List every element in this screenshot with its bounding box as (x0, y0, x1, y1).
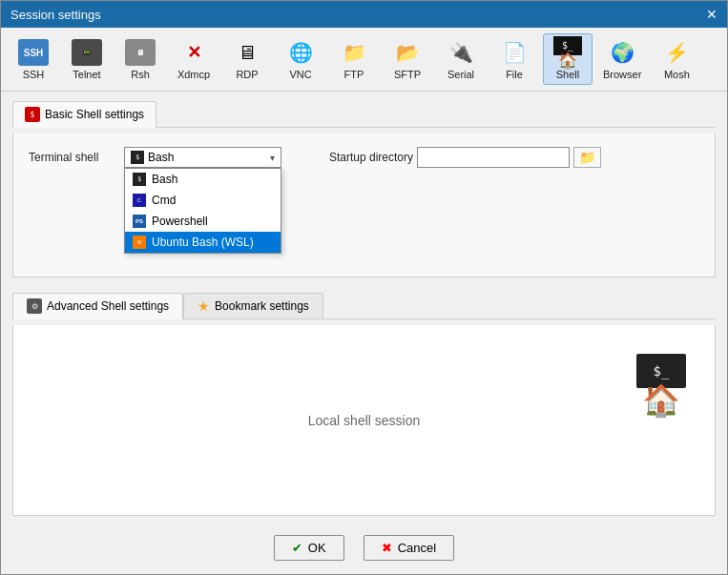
mosh-icon: ⚡ (660, 38, 693, 67)
main-panel-text: Local shell session (308, 413, 421, 428)
toolbar-label-rdp: RDP (236, 69, 258, 80)
wsl-icon: W (133, 236, 146, 249)
ftp-icon: 📁 (338, 38, 370, 67)
rsh-icon: 🖥 (124, 38, 156, 67)
serial-icon: 🔌 (445, 38, 477, 67)
toolbar-item-sftp[interactable]: 📂 SFTP (383, 33, 432, 85)
top-tab-bar: $ Basic Shell settings (12, 101, 716, 128)
toolbar-item-browser[interactable]: 🌍 Browser (596, 33, 648, 85)
title-bar: Session settings ✕ (1, 1, 727, 28)
dropdown-item-powershell[interactable]: PS Powershell (125, 211, 281, 232)
startup-dir-input[interactable] (417, 147, 570, 168)
bash-icon: $ (133, 173, 146, 186)
bash-icon-small: $ (131, 151, 144, 164)
toolbar-item-telnet[interactable]: 📟 Telnet (62, 33, 112, 85)
terminal-shell-row: Terminal shell $ Bash ▾ $ Bash (29, 147, 699, 168)
tab-shell-icon: $ (25, 107, 40, 122)
ok-button[interactable]: ✔ OK (274, 535, 344, 561)
cancel-label: Cancel (398, 541, 436, 555)
toolbar-item-shell[interactable]: $_ 🏠 Shell (543, 33, 593, 85)
toolbar-label-ftp: FTP (344, 69, 364, 80)
toolbar-label-vnc: VNC (289, 69, 311, 80)
second-tab-bar: ⚙ Advanced Shell settings ★ Bookmark set… (12, 293, 716, 319)
dropdown-item-bash[interactable]: $ Bash (125, 169, 281, 190)
xdmcp-icon: ✕ (177, 38, 210, 67)
tab-bookmark-settings[interactable]: ★ Bookmark settings (183, 293, 323, 318)
tab-basic-shell-label: Basic Shell settings (45, 108, 144, 121)
toolbar-label-telnet: Telnet (73, 69, 100, 80)
folder-browse-button[interactable]: 📁 (573, 147, 601, 168)
ok-label: OK (308, 541, 326, 555)
tab-bookmark-label: Bookmark settings (215, 299, 309, 313)
session-settings-window: Session settings ✕ SSH SSH 📟 Telnet 🖥 Rs… (0, 0, 728, 575)
toolbar-item-file[interactable]: 📄 File (489, 33, 539, 85)
toolbar-label-shell: Shell (556, 69, 579, 80)
ssh-icon: SSH (17, 38, 50, 67)
shell-dropdown-button[interactable]: $ Bash ▾ (124, 147, 281, 168)
advanced-shell-icon: ⚙ (27, 298, 42, 314)
sftp-icon: 📂 (391, 38, 424, 67)
window-title: Session settings (10, 8, 101, 22)
dropdown-arrow-icon: ▾ (270, 153, 275, 163)
cancel-button[interactable]: ✖ Cancel (364, 535, 454, 561)
terminal-shell-dropdown: $ Bash ▾ $ Bash C Cmd (124, 147, 281, 168)
dropdown-label-bash: Bash (152, 173, 177, 186)
toolbar-item-serial[interactable]: 🔌 Serial (436, 33, 486, 85)
tab-advanced-shell[interactable]: ⚙ Advanced Shell settings (12, 293, 183, 319)
toolbar-item-vnc[interactable]: 🌐 VNC (276, 33, 325, 85)
footer-bar: ✔ OK ✖ Cancel (1, 525, 727, 574)
toolbar-label-mosh: Mosh (664, 69, 690, 80)
content-area: $ Basic Shell settings Terminal shell $ … (1, 92, 727, 525)
dropdown-item-wsl[interactable]: W Ubuntu Bash (WSL) (125, 232, 281, 253)
shell-house-graphic: $_ 🏠 (636, 354, 686, 419)
dropdown-label-cmd: Cmd (152, 194, 176, 207)
toolbar-item-rsh[interactable]: 🖥 Rsh (115, 33, 165, 85)
terminal-shell-label: Terminal shell (29, 151, 114, 164)
cancel-icon: ✖ (382, 541, 392, 555)
tab-advanced-label: Advanced Shell settings (47, 299, 169, 313)
cmd-icon: C (133, 194, 146, 207)
ok-icon: ✔ (292, 541, 302, 555)
ps-icon: PS (133, 215, 146, 228)
bookmark-star-icon: ★ (198, 298, 210, 314)
tab-basic-shell[interactable]: $ Basic Shell settings (12, 101, 156, 128)
shell-dropdown-menu: $ Bash C Cmd PS Powershell W (124, 168, 281, 254)
telnet-icon: 📟 (71, 38, 103, 67)
toolbar-item-ftp[interactable]: 📁 FTP (329, 33, 379, 85)
toolbar: SSH SSH 📟 Telnet 🖥 Rsh ✕ Xdmcp 🖥 RDP (1, 28, 727, 92)
toolbar-label-serial: Serial (447, 69, 474, 80)
dropdown-label-ps: Powershell (152, 215, 208, 228)
toolbar-label-sftp: SFTP (394, 69, 421, 80)
browser-icon: 🌍 (606, 38, 638, 67)
vnc-icon: 🌐 (284, 38, 317, 67)
toolbar-label-rsh: Rsh (131, 69, 150, 80)
dropdown-item-cmd[interactable]: C Cmd (125, 190, 281, 211)
house-graphic: 🏠 (642, 382, 680, 419)
main-panel: Local shell session $_ 🏠 (12, 325, 716, 516)
toolbar-item-mosh[interactable]: ⚡ Mosh (652, 33, 701, 85)
startup-dir-group: Startup directory 📁 (329, 147, 601, 168)
toolbar-label-ssh: SSH (23, 69, 45, 80)
toolbar-label-browser: Browser (603, 69, 641, 80)
file-icon: 📄 (498, 38, 530, 67)
startup-dir-label: Startup directory (329, 151, 413, 164)
toolbar-item-rdp[interactable]: 🖥 RDP (222, 33, 272, 85)
toolbar-label-file: File (506, 69, 523, 80)
selected-shell-value: Bash (148, 151, 174, 164)
basic-settings-panel: Terminal shell $ Bash ▾ $ Bash (12, 133, 716, 277)
rdp-icon: 🖥 (231, 38, 263, 67)
shell-toolbar-icon: $_ 🏠 (551, 38, 584, 67)
close-button[interactable]: ✕ (706, 8, 718, 21)
dropdown-label-wsl: Ubuntu Bash (WSL) (152, 236, 254, 249)
toolbar-label-xdmcp: Xdmcp (177, 69, 210, 80)
toolbar-item-ssh[interactable]: SSH SSH (9, 33, 58, 85)
toolbar-item-xdmcp[interactable]: ✕ Xdmcp (169, 33, 218, 85)
